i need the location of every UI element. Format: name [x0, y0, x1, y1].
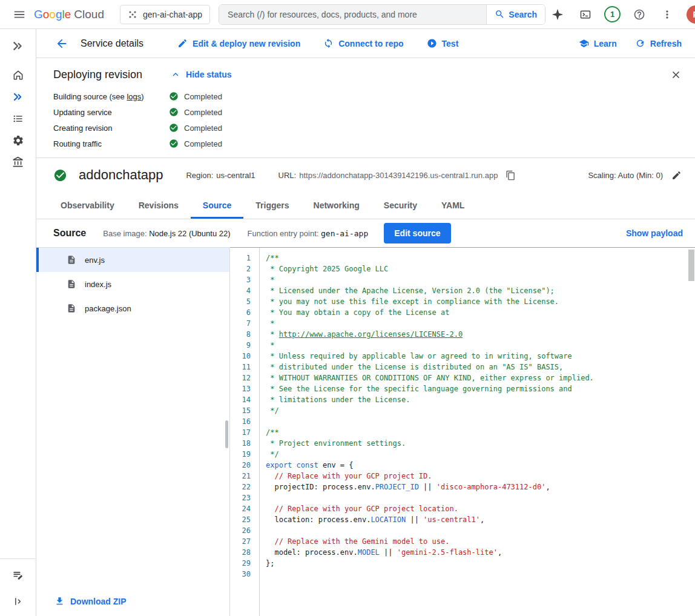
check-circle-icon: [169, 91, 179, 101]
logo-google-text: Google: [34, 8, 71, 21]
file-icon: [67, 303, 76, 313]
deploy-step: Creating revisionCompleted: [53, 120, 685, 136]
file-item-env.js[interactable]: env.js: [36, 248, 229, 272]
region-label: Region:: [186, 171, 213, 180]
cloud-console-app: Google Cloud gen-ai-chat-app Search: [0, 0, 695, 616]
base-image-value: Node.js 22 (Ubuntu 22): [149, 229, 230, 238]
repo-sync-icon: [323, 38, 334, 48]
edit-scaling-icon[interactable]: [671, 170, 682, 180]
deploy-step-label: Routing traffic: [53, 139, 169, 148]
url-label: URL:: [278, 171, 297, 180]
google-cloud-logo: Google Cloud: [34, 8, 104, 21]
copy-url-icon[interactable]: [506, 170, 516, 180]
main-content: Service details Edit & deploy new revisi…: [36, 29, 695, 616]
deploying-revision-panel: Deploying revision Hide status Building …: [36, 58, 695, 157]
search-bar: Search: [219, 4, 545, 25]
deploy-step-status: Completed: [169, 91, 222, 101]
learn-label: Learn: [594, 39, 617, 48]
notification-badge[interactable]: 1: [604, 6, 621, 22]
file-item-index.js[interactable]: index.js: [36, 272, 229, 296]
hide-status-button[interactable]: Hide status: [170, 69, 231, 80]
search-button[interactable]: Search: [486, 5, 545, 24]
tab-revisions[interactable]: Revisions: [127, 191, 191, 219]
editor-scrollbar-thumb[interactable]: [688, 250, 694, 281]
file-icon: [67, 255, 76, 265]
show-payload-link[interactable]: Show payload: [626, 228, 683, 238]
deploy-step-label: Updating service: [53, 108, 169, 117]
learn-button[interactable]: Learn: [579, 38, 617, 48]
menu-icon[interactable]: [7, 2, 31, 27]
deploy-panel-title: Deploying revision: [53, 68, 142, 81]
logs-link[interactable]: logs: [127, 92, 141, 101]
cloud-shell-icon[interactable]: [573, 2, 598, 27]
service-actions: Edit & deploy new revision Connect to re…: [177, 38, 458, 48]
entry-point-value: gen-ai-app: [321, 229, 368, 238]
deploy-step-label: Building source (see logs): [53, 92, 169, 101]
deploy-step-label: Creating revision: [53, 124, 169, 133]
service-header: addonchatapp Region: us-central1 URL: ht…: [36, 158, 695, 191]
check-circle-icon: [169, 123, 179, 133]
tab-triggers[interactable]: Triggers: [243, 191, 301, 219]
service-region: Region: us-central1: [186, 171, 255, 180]
edit-deploy-label: Edit & deploy new revision: [193, 39, 300, 48]
search-icon: [495, 9, 505, 19]
avatar-letter: P: [693, 10, 695, 19]
file-item-package.json[interactable]: package.json: [36, 296, 229, 320]
close-icon[interactable]: [666, 65, 685, 84]
edit-deploy-button[interactable]: Edit & deploy new revision: [177, 38, 300, 48]
help-icon[interactable]: [627, 2, 651, 27]
pencil-icon: [177, 38, 188, 48]
integrations-gear-icon[interactable]: [7, 130, 29, 151]
service-status-check-icon: [53, 168, 67, 182]
deploy-step: Building source (see logs)Completed: [53, 88, 685, 104]
download-icon: [54, 596, 65, 606]
left-nav-rail: [0, 29, 36, 616]
page-body: Service details Edit & deploy new revisi…: [0, 29, 695, 616]
rail-bottom: [0, 558, 36, 616]
file-icon: [67, 279, 76, 289]
services-icon[interactable]: [7, 86, 29, 108]
entry-point: Function entry point: gen-ai-app: [248, 229, 369, 238]
play-circle-icon: [427, 38, 437, 48]
source-toolbar: Source Base image: Node.js 22 (Ubuntu 22…: [36, 219, 695, 247]
tab-observability[interactable]: Observability: [48, 191, 127, 219]
connect-repo-button[interactable]: Connect to repo: [323, 38, 403, 48]
test-button[interactable]: Test: [427, 38, 459, 48]
service-scaling: Scaling: Auto (Min: 0): [588, 170, 682, 180]
logo-cloud-text: Cloud: [74, 8, 104, 21]
search-button-label: Search: [509, 10, 537, 19]
top-bar: Google Cloud gen-ai-chat-app Search: [0, 0, 695, 29]
tab-security[interactable]: Security: [372, 191, 429, 219]
base-image-label: Base image:: [103, 229, 147, 238]
code-editor[interactable]: 1234567891011121314151617181920212223242…: [230, 247, 695, 616]
code-lines: /** * Copyright 2025 Google LLC * * Lice…: [259, 248, 695, 616]
refresh-button[interactable]: Refresh: [635, 38, 682, 48]
connect-repo-label: Connect to repo: [338, 39, 403, 48]
scaling-value: Scaling: Auto (Min: 0): [588, 171, 663, 180]
tab-networking[interactable]: Networking: [301, 191, 372, 219]
release-notes-icon[interactable]: [7, 564, 29, 586]
tab-yaml[interactable]: YAML: [429, 191, 476, 219]
refresh-label: Refresh: [650, 39, 682, 48]
cloud-run-logo-icon[interactable]: [7, 35, 29, 57]
notification-count: 1: [610, 10, 614, 19]
gemini-icon[interactable]: [545, 2, 570, 27]
jobs-list-icon[interactable]: [7, 108, 29, 130]
project-icon: [128, 10, 137, 19]
search-input[interactable]: [219, 5, 486, 24]
source-workspace: env.jsindex.jspackage.json Download ZIP …: [36, 247, 695, 616]
tab-source[interactable]: Source: [191, 191, 243, 219]
home-icon[interactable]: [7, 64, 29, 86]
hide-status-label: Hide status: [186, 70, 231, 79]
page-title: Service details: [81, 38, 143, 49]
edit-source-button[interactable]: Edit source: [384, 223, 450, 243]
organization-icon[interactable]: [7, 151, 29, 173]
project-selector[interactable]: gen-ai-chat-app: [120, 5, 210, 24]
avatar[interactable]: P: [687, 5, 695, 24]
check-circle-icon: [169, 107, 179, 117]
back-arrow-icon[interactable]: [53, 35, 70, 52]
download-zip-button[interactable]: Download ZIP: [54, 596, 127, 606]
collapse-panel-icon[interactable]: [7, 591, 29, 612]
tree-scrollbar-thumb[interactable]: [225, 420, 228, 448]
more-vert-icon[interactable]: [655, 2, 679, 27]
